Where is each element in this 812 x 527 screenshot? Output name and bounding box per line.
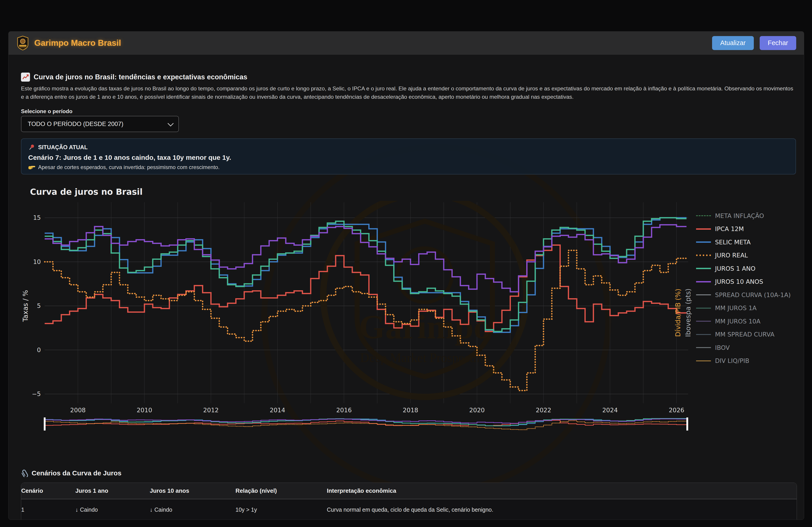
svg-text:2008: 2008: [70, 407, 86, 413]
svg-text:2018: 2018: [403, 407, 418, 413]
scenarios-heading: Cenários da Curva de Juros: [21, 469, 121, 477]
legend-line-icon: [696, 281, 711, 283]
svg-text:2016: 2016: [336, 407, 352, 413]
legend-item-mm-juros-10a[interactable]: MM JUROS 10A: [696, 317, 795, 325]
svg-text:2022: 2022: [536, 407, 551, 413]
svg-text:2026: 2026: [669, 407, 684, 413]
legend-label: IBOV: [715, 344, 730, 351]
legend-label: JURO REAL: [715, 252, 748, 259]
legend-label: MM SPREAD CURVA: [715, 331, 774, 338]
down-arrow-icon: ↓: [75, 507, 78, 513]
legend-label: SELIC META: [715, 239, 751, 246]
legend-label: IPCA 12M: [715, 225, 744, 232]
legend-item-meta-infla-o[interactable]: META INFLAÇÃO: [696, 212, 795, 220]
table-header-cell: Interpretação econômica: [327, 483, 797, 499]
legend-item-juros-10-anos[interactable]: JUROS 10 ANOS: [696, 278, 795, 286]
svg-text:2010: 2010: [137, 407, 152, 413]
legend-label: JUROS 10 ANOS: [715, 278, 763, 285]
range-handle-right[interactable]: [686, 418, 688, 431]
table-cell: 1: [21, 499, 75, 520]
table-cell: 10y > 1y: [235, 499, 327, 520]
legend-item-ibov[interactable]: IBOV: [696, 344, 795, 351]
table-header-cell: Juros 1 ano: [75, 483, 150, 499]
table-cell: ↓Caindo: [150, 499, 235, 520]
svg-text:0: 0: [37, 346, 41, 353]
svg-text:10: 10: [33, 258, 41, 265]
legend-label: MM JUROS 1A: [715, 304, 756, 312]
chart-title: Curva de juros no Brasil: [30, 187, 143, 197]
legend-line-icon: [696, 215, 711, 216]
table-header-cell: Cenário: [21, 483, 75, 499]
chart-increasing-icon: [21, 73, 30, 81]
period-select-label: Selecione o período: [21, 108, 72, 115]
legend-label: META INFLAÇÃO: [715, 212, 764, 219]
legend-item-selic-meta[interactable]: SELIC META: [696, 238, 795, 246]
table-header-cell: Relação (nível): [235, 483, 327, 499]
page-title-text: Curva de juros no Brasil: tendências e e…: [34, 73, 247, 81]
main-content: Curva de juros no Brasil: tendências e e…: [9, 32, 804, 520]
table-cell: Curva normal em queda, ciclo de queda da…: [327, 499, 797, 520]
paperclip-icon: [21, 469, 28, 477]
status-title: SITUAÇÃO ATUAL: [28, 144, 789, 151]
pushpin-icon: [28, 144, 35, 151]
legend-line-icon: [696, 255, 711, 256]
legend-item-ipca-12m[interactable]: IPCA 12M: [696, 225, 795, 233]
svg-text:2020: 2020: [469, 407, 485, 413]
svg-text:2014: 2014: [270, 407, 285, 413]
legend-label: SPREAD CURVA (10A-1A): [715, 291, 791, 298]
legend-line-icon: [696, 268, 711, 269]
legend-item-juros-1-ano[interactable]: JUROS 1 ANO: [696, 265, 795, 272]
status-note: Apesar de cortes esperados, curva invert…: [28, 164, 789, 170]
svg-text:Garimpo: Garimpo: [359, 308, 490, 346]
svg-text:Taxas / %: Taxas / %: [21, 290, 29, 322]
legend-item-mm-spread-curva[interactable]: MM SPREAD CURVA: [696, 331, 795, 338]
legend-line-icon: [696, 295, 711, 295]
status-scenario: Cenário 7: Juros de 1 e 10 anos caindo, …: [28, 154, 789, 161]
chevron-down-icon: [168, 120, 174, 126]
legend-label: MM JUROS 10A: [715, 318, 760, 325]
range-selector-chart[interactable]: [21, 416, 700, 432]
legend-line-icon: [696, 347, 711, 348]
svg-text:−5: −5: [32, 390, 41, 397]
status-box: SITUAÇÃO ATUAL Cenário 7: Juros de 1 e 1…: [21, 138, 796, 175]
legend-line-icon: [696, 360, 711, 361]
legend-label: DIV LIQ/PIB: [715, 357, 749, 364]
pointing-finger-icon: [28, 164, 35, 170]
table-row: 1↓Caindo↓Caindo10y > 1yCurva normal em q…: [21, 499, 797, 520]
range-handle-left[interactable]: [44, 418, 46, 431]
legend-item-div-liq-pib[interactable]: DIV LIQ/PIB: [696, 357, 795, 365]
legend-line-icon: [696, 308, 711, 308]
chart-legend: META INFLAÇÃOIPCA 12MSELIC METAJURO REAL…: [696, 212, 795, 370]
table-header-row: CenárioJuros 1 anoJuros 10 anosRelação (…: [21, 483, 797, 499]
svg-text:Deep Market Prospecting: Deep Market Prospecting: [360, 351, 489, 365]
status-note-text: Apesar de cortes esperados, curva invert…: [38, 164, 219, 170]
page-title: Curva de juros no Brasil: tendências e e…: [21, 73, 247, 81]
svg-text:5: 5: [37, 302, 41, 309]
scenarios-table: CenárioJuros 1 anoJuros 10 anosRelação (…: [21, 483, 797, 520]
status-title-text: SITUAÇÃO ATUAL: [38, 144, 88, 151]
app-window: Garimpo Macro Brasil Atualizar Fechar Cu…: [8, 31, 804, 520]
legend-line-icon: [696, 241, 711, 243]
period-select-value: TODO O PERÍODO (DESDE 2007): [28, 121, 124, 127]
right-axis-label-divida: Dívida/PIB (%): [674, 288, 682, 337]
legend-line-icon: [696, 334, 711, 335]
down-arrow-icon: ↓: [150, 507, 153, 513]
table-header-cell: Juros 10 anos: [150, 483, 235, 499]
svg-text:2012: 2012: [203, 407, 219, 413]
screen: Garimpo Macro Brasil Atualizar Fechar Cu…: [0, 0, 812, 527]
period-select[interactable]: TODO O PERÍODO (DESDE 2007): [21, 116, 179, 132]
svg-text:15: 15: [33, 214, 41, 221]
mini-chart-svg: [21, 416, 700, 432]
legend-item-mm-juros-1a[interactable]: MM JUROS 1A: [696, 304, 795, 312]
legend-item-juro-real[interactable]: JURO REAL: [696, 252, 795, 259]
scenarios-heading-text: Cenários da Curva de Juros: [32, 469, 121, 477]
legend-label: JUROS 1 ANO: [715, 265, 755, 272]
legend-line-icon: [696, 228, 711, 230]
legend-line-icon: [696, 321, 711, 322]
svg-text:2024: 2024: [602, 407, 618, 413]
right-axis-label-ibovespa: Ibovespa (pts): [684, 288, 692, 337]
page-description: Este gráfico mostra a evolução das taxas…: [21, 84, 794, 101]
table-cell: ↓Caindo: [75, 499, 150, 520]
legend-item-spread-curva-10a-1a-[interactable]: SPREAD CURVA (10A-1A): [696, 291, 795, 299]
